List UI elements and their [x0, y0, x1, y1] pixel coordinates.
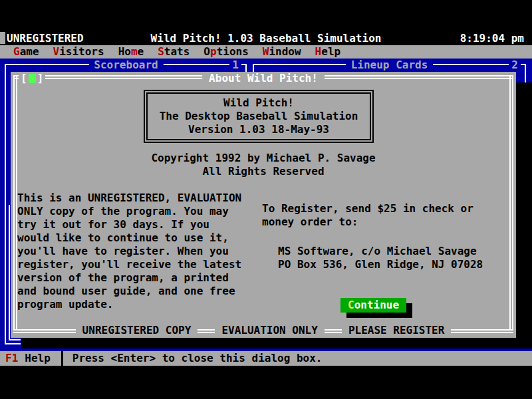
f1-key-hint[interactable]: F1	[5, 351, 18, 366]
menu-item-stats[interactable]: Stats	[158, 45, 190, 59]
help-hint-label[interactable]: Help	[25, 351, 51, 366]
rights-line: All Rights Reserved	[11, 165, 516, 178]
dialog-shadow-bottom	[21, 338, 532, 348]
window-scoreboard-titlebar[interactable]: Scoreboard 1	[5, 59, 247, 72]
app-title: Wild Pitch! 1.03 Baseball Simulation	[151, 32, 382, 45]
badge-unregistered-copy: UNREGISTERED COPY	[76, 325, 198, 336]
menu-bar: Game Visitors Home Stats Options Window …	[0, 45, 532, 59]
dialog-shadow-right	[516, 82, 532, 348]
register-instructions: To Register, send $25 in check or money …	[262, 202, 473, 229]
dialog-border-right	[509, 75, 513, 331]
register-address: MS Software, c/o Michael Savage PO Box 5…	[278, 245, 483, 271]
about-dialog: [] About Wild Pitch! Wild Pitch! The Des…	[11, 72, 516, 338]
window-number: 1	[229, 59, 241, 72]
menu-item-visitors[interactable]: Visitors	[53, 45, 104, 59]
window-title-lineup-cards: Lineup Cards	[346, 59, 434, 72]
menu-item-options[interactable]: Options	[203, 45, 248, 59]
status-message: Press <Enter> to close this dialog box.	[72, 351, 323, 366]
menu-item-window[interactable]: Window	[263, 45, 301, 59]
close-icon	[29, 74, 36, 83]
dialog-close-button[interactable]: []	[19, 72, 45, 84]
badge-please-register: PLEASE REGISTER	[342, 325, 452, 336]
corner-chip	[0, 32, 5, 44]
window-border-corner	[5, 343, 21, 344]
window-border-corner	[9, 339, 21, 340]
program-subtitle: The Desktop Baseball Simulation	[148, 110, 370, 123]
dialog-title: About Wild Pitch!	[202, 72, 325, 85]
evaluation-notice-text: This is an UNREGISTERED, EVALUATION ONLY…	[17, 192, 241, 311]
dialog-footer-badges: UNREGISTERED COPY EVALUATION ONLY PLEASE…	[11, 325, 516, 336]
dos-screen: UNREGISTERED Wild Pitch! 1.03 Baseball S…	[0, 0, 532, 399]
clock: 8:19:04 pm	[460, 32, 524, 45]
about-info-box: Wild Pitch! The Desktop Baseball Simulat…	[144, 90, 374, 143]
menu-item-help[interactable]: Help	[315, 45, 341, 59]
continue-button[interactable]: Continue	[340, 298, 406, 313]
menu-item-home[interactable]: Home	[118, 45, 144, 59]
window-border-left	[5, 64, 6, 344]
program-version: Version 1.03 18-May-93	[148, 123, 370, 136]
window-border-left-inner	[9, 205, 10, 340]
program-name: Wild Pitch!	[148, 96, 370, 110]
menu-item-game[interactable]: Game	[13, 45, 39, 59]
window-corner	[525, 64, 526, 84]
status-divider	[61, 351, 63, 366]
copyright-block: Copyright 1992 by Michael P. Savage All …	[11, 152, 516, 178]
desktop: Scoreboard 1 Lineup Cards 2 [] About Wil…	[0, 59, 532, 351]
badge-evaluation-only: EVALUATION ONLY	[215, 325, 325, 336]
status-bar: F1 Help Press <Enter> to close this dial…	[0, 351, 532, 366]
window-title-scoreboard: Scoreboard	[88, 59, 163, 72]
window-number: 2	[509, 59, 521, 72]
window-lineup-cards-titlebar[interactable]: Lineup Cards 2	[253, 59, 526, 72]
title-bar: UNREGISTERED Wild Pitch! 1.03 Baseball S…	[0, 32, 532, 45]
copyright-line: Copyright 1992 by Michael P. Savage	[11, 152, 516, 165]
registration-status: UNREGISTERED	[7, 32, 84, 45]
